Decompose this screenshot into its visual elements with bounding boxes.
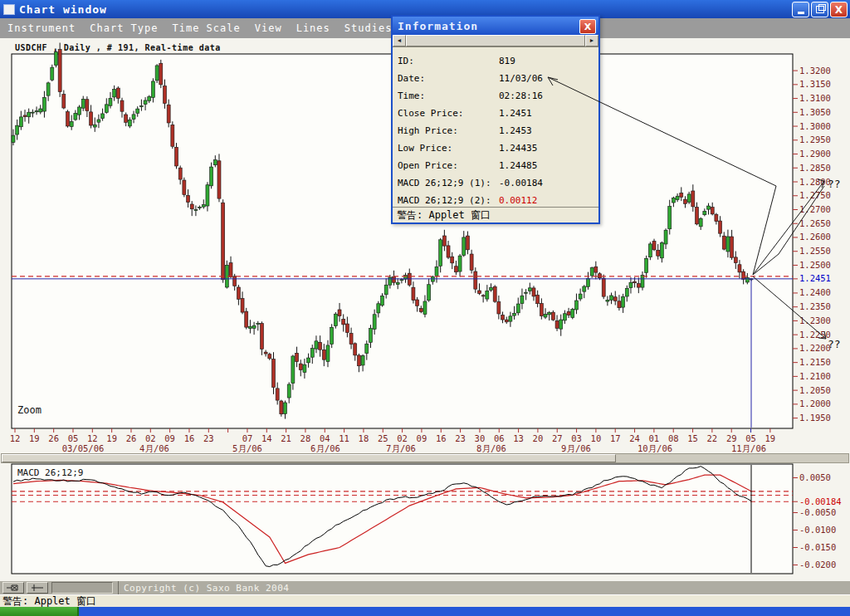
- svg-text:03/05/06: 03/05/06: [62, 443, 105, 453]
- svg-text:15: 15: [687, 433, 698, 443]
- information-dialog: Information X ◄ ► ID:819Date:11/03/06Tim…: [391, 15, 600, 224]
- info-row: ID:819: [398, 52, 598, 70]
- menu-item-chart-type[interactable]: Chart Type: [90, 22, 158, 34]
- svg-text:14: 14: [261, 433, 272, 443]
- menu-item-instrument[interactable]: Instrument: [7, 22, 76, 34]
- svg-text:1.2400: 1.2400: [799, 287, 831, 297]
- svg-text:29: 29: [726, 433, 737, 443]
- info-row: Time:02:28:16: [398, 87, 598, 105]
- svg-text:1.2700: 1.2700: [799, 204, 831, 214]
- svg-text:1.2950: 1.2950: [799, 134, 831, 144]
- svg-text:1.1950: 1.1950: [799, 413, 831, 423]
- info-row-label: Date:: [398, 73, 499, 84]
- close-icon: X: [835, 5, 843, 15]
- svg-text:26: 26: [126, 433, 137, 443]
- svg-text:07: 07: [242, 433, 253, 443]
- info-row-label: Open Price:: [398, 160, 499, 171]
- svg-text:25: 25: [378, 433, 388, 443]
- start-button-fragment[interactable]: [0, 607, 79, 616]
- svg-text:08: 08: [668, 433, 679, 443]
- minimize-icon: [798, 12, 804, 14]
- svg-text:02: 02: [397, 433, 408, 443]
- info-row-label: High Price:: [398, 125, 499, 136]
- svg-text:-0.0200: -0.0200: [799, 560, 836, 570]
- taskbar[interactable]: [0, 607, 850, 616]
- menu-item-view[interactable]: View: [255, 22, 282, 34]
- svg-text:7月/06: 7月/06: [386, 443, 416, 453]
- info-row-label: ID:: [398, 56, 499, 66]
- svg-text:28: 28: [300, 433, 311, 443]
- info-row: Date:11/03/06: [398, 70, 598, 87]
- close-button[interactable]: X: [830, 2, 848, 17]
- svg-text:1.2800: 1.2800: [799, 177, 831, 187]
- svg-text:1.3150: 1.3150: [799, 79, 831, 89]
- svg-text:1.2550: 1.2550: [799, 246, 831, 256]
- svg-text:02: 02: [145, 433, 156, 443]
- window-icon: [3, 4, 15, 15]
- svg-text:09: 09: [164, 433, 175, 443]
- svg-text:26: 26: [48, 433, 59, 443]
- svg-text:04: 04: [320, 433, 330, 443]
- dialog-close-button[interactable]: X: [579, 19, 596, 34]
- scroll-right-arrow-icon[interactable]: ►: [585, 35, 598, 46]
- info-row-value: 0.00112: [499, 195, 537, 206]
- svg-text:17: 17: [610, 433, 621, 443]
- restore-button[interactable]: [811, 2, 828, 17]
- chart-caption: USDCHF , Daily , # 191, Real-time data: [15, 43, 221, 52]
- info-row: Low Price:1.24435: [398, 139, 598, 157]
- svg-text:-0.00184: -0.00184: [799, 496, 842, 506]
- info-row: Close Price:1.2451: [398, 105, 598, 122]
- svg-text:1.3200: 1.3200: [799, 66, 831, 76]
- info-row-value: 1.24485: [499, 160, 537, 171]
- horizontal-line-icon: [30, 584, 45, 592]
- svg-text:06: 06: [494, 433, 505, 443]
- svg-text:8月/06: 8月/06: [476, 443, 506, 453]
- svg-text:30: 30: [475, 433, 486, 443]
- info-row-label: Low Price:: [398, 143, 499, 154]
- date-axis: 1219260512192602091623071421280411182502…: [10, 428, 776, 453]
- svg-text:05: 05: [68, 433, 79, 443]
- svg-text:1.2600: 1.2600: [799, 232, 831, 242]
- menu-item-lines[interactable]: Lines: [296, 22, 330, 34]
- chart-window: 1.32001.31501.31001.30501.30001.29501.29…: [0, 0, 850, 616]
- svg-text:1.2350: 1.2350: [799, 301, 831, 311]
- dialog-title-bar[interactable]: Information: [393, 17, 598, 35]
- menu-item-time-scale[interactable]: Time Scale: [173, 22, 241, 34]
- scrollbar-thumb[interactable]: [2, 454, 616, 462]
- menu-item-studies[interactable]: Studies: [344, 22, 393, 34]
- dialog-title: Information: [398, 20, 478, 32]
- svg-text:4月/06: 4月/06: [139, 443, 169, 453]
- applet-status-bar: 警告: Applet 窗口: [0, 594, 850, 607]
- svg-text:16: 16: [436, 433, 447, 443]
- svg-text:23: 23: [203, 433, 214, 443]
- svg-text:13: 13: [513, 433, 524, 443]
- dialog-scrollbar[interactable]: ◄ ►: [393, 35, 598, 47]
- svg-text:1.2100: 1.2100: [799, 371, 831, 381]
- svg-text:22: 22: [707, 433, 718, 443]
- svg-text:27: 27: [552, 433, 563, 443]
- info-row-value: -0.00184: [499, 178, 543, 188]
- info-row-value: 1.2453: [499, 125, 532, 136]
- copyright-bar: Copyright (c) Saxo Bank 2004: [118, 581, 850, 594]
- info-row-value: 1.2451: [499, 108, 532, 119]
- svg-text:1.2050: 1.2050: [799, 385, 831, 395]
- scroll-left-arrow-icon[interactable]: ◄: [393, 35, 406, 46]
- svg-text:23: 23: [455, 433, 466, 443]
- horizontal-line-tool-button[interactable]: [27, 582, 48, 594]
- svg-text:11: 11: [339, 433, 349, 443]
- svg-text:03: 03: [571, 433, 582, 443]
- minimize-button[interactable]: [792, 2, 809, 17]
- pin-tool-button[interactable]: [2, 582, 24, 594]
- svg-text:16: 16: [184, 433, 195, 443]
- chart-horizontal-scrollbar[interactable]: [1, 453, 849, 463]
- svg-text:12: 12: [10, 433, 21, 443]
- svg-text:19: 19: [106, 433, 117, 443]
- restore-icon: [816, 6, 824, 13]
- dialog-scrollbar-thumb[interactable]: [406, 35, 585, 46]
- svg-text:24: 24: [629, 433, 640, 443]
- toolbar-value-box[interactable]: [51, 582, 113, 594]
- svg-text:1.2250: 1.2250: [799, 330, 831, 340]
- svg-text:11月/06: 11月/06: [731, 443, 766, 453]
- svg-text:1.2150: 1.2150: [799, 357, 831, 367]
- svg-text:09: 09: [417, 433, 427, 443]
